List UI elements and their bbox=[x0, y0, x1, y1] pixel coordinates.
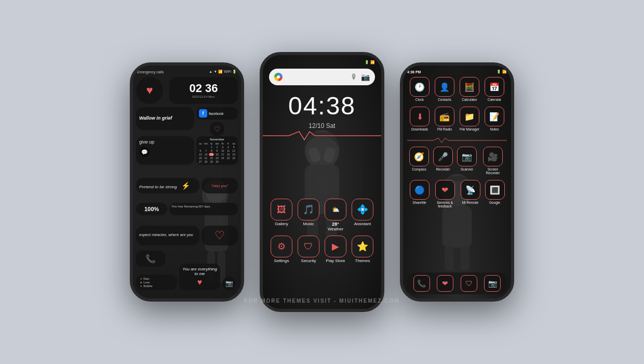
heartbeat-line-center bbox=[263, 131, 381, 141]
clock-widget: 02 36 2022/11/14 Mon. bbox=[169, 77, 238, 104]
missyou-text: "miss you" bbox=[211, 184, 229, 188]
assistant-label: Assistant bbox=[354, 222, 371, 226]
dock-camera-right[interactable]: 📷 bbox=[484, 275, 501, 292]
top-row-1: ♥ 02 36 2022/11/14 Mon. bbox=[136, 77, 238, 104]
security-label: Security bbox=[301, 258, 316, 263]
app-scanner[interactable]: 📷 Scanner bbox=[457, 147, 477, 175]
everything-widget: You are everything to me ♥ bbox=[179, 264, 220, 290]
svg-rect-14 bbox=[461, 246, 469, 270]
google-logo bbox=[274, 73, 283, 81]
app-downloads[interactable]: ⬇ Downloads bbox=[410, 107, 430, 131]
app-miremote[interactable]: 📡 Mi Remote bbox=[461, 180, 480, 208]
missyou-widget: "miss you" bbox=[202, 178, 238, 193]
right-app-row-3: 🧭 Compass 🎤 Recorder 📷 Scanner 🎥 Screen … bbox=[407, 147, 507, 175]
app-contacts[interactable]: 👤 Contacts bbox=[435, 77, 454, 101]
row-2: Wallow in grief f facebook ♡ bbox=[136, 107, 238, 136]
miremote-icon: 📡 bbox=[461, 180, 480, 200]
app-screenrecorder[interactable]: 🎥 Screen Recorder bbox=[481, 147, 505, 175]
row-6: expect miracles, where are you ♡ bbox=[136, 226, 238, 245]
dock-heart-right[interactable]: ❤ bbox=[437, 275, 453, 292]
percent-widget: 100% bbox=[136, 203, 167, 215]
search-bar[interactable]: 🎙 📷 bbox=[269, 69, 375, 85]
wallow-widget: Wallow in grief bbox=[136, 107, 194, 130]
wallow-text: Wallow in grief bbox=[139, 115, 172, 122]
app-playstore[interactable]: ▶ Play Store bbox=[325, 236, 346, 263]
app-recorder[interactable]: 🎤 Recorder bbox=[433, 147, 453, 175]
downloads-icon: ⬇ bbox=[410, 107, 430, 126]
weather-icon: ⛅ bbox=[325, 199, 346, 220]
app-security[interactable]: 🛡 Security bbox=[298, 236, 319, 263]
app-fmradio[interactable]: 📻 FM Radio bbox=[435, 107, 454, 131]
themes-label: Themes bbox=[355, 258, 370, 263]
calculator-icon: 🧮 bbox=[460, 77, 479, 97]
year-text: This Year Remaining 067 days bbox=[171, 205, 210, 208]
row-5: 100% This Year Remaining 067 days bbox=[136, 203, 238, 215]
app-clock[interactable]: 🕐 Clock bbox=[410, 77, 430, 101]
percent-text: 100% bbox=[144, 206, 159, 212]
app-shareme[interactable]: 🔵 ShareMe bbox=[410, 180, 430, 208]
contacts-icon: 👤 bbox=[435, 77, 454, 97]
clock-date: 2022/11/14 Mon. bbox=[192, 95, 215, 98]
status-bar-right: 4:38 PM 🔋 📶 bbox=[407, 68, 507, 76]
row-4: Pretend to be strong ⚡ "miss you" bbox=[136, 178, 238, 193]
scanner-icon: 📷 bbox=[457, 147, 477, 166]
status-bar-center: 🔋 📶 bbox=[269, 58, 375, 67]
app-google-right[interactable]: 🔳 Google bbox=[485, 180, 505, 208]
app-settings[interactable]: ⚙ Settings bbox=[271, 236, 292, 263]
heart-small-widget: ♡ bbox=[210, 122, 224, 136]
giveup-widget: give up 💬 bbox=[136, 136, 194, 165]
lens-icon: 📷 bbox=[361, 73, 370, 81]
gallery-label: Gallery bbox=[275, 222, 288, 226]
weather-label: Weather bbox=[328, 227, 343, 231]
giveup-text: give up bbox=[139, 139, 191, 145]
playstore-icon: ▶ bbox=[325, 236, 346, 257]
temp-text: 28° bbox=[328, 222, 343, 227]
app-filemanager[interactable]: 📁 File Manager bbox=[460, 107, 479, 131]
clock-center: 04:38 12/10 Sat bbox=[263, 92, 381, 129]
camera-widget: 📷 bbox=[222, 277, 236, 290]
app-compass[interactable]: 🧭 Compass bbox=[409, 147, 429, 175]
phone-right: 4:38 PM 🔋 📶 🕐 Clock 👤 Contacts 🧮 bbox=[400, 62, 514, 302]
dock-shield-right[interactable]: 🛡 bbox=[461, 275, 477, 292]
app-calendar[interactable]: 📅 Calendar bbox=[485, 77, 504, 101]
security-icon: 🛡 bbox=[298, 236, 319, 257]
row-3: give up 💬 November sumotuwethfrsa 12345 … bbox=[136, 136, 238, 165]
phones-container: Emergency calls ▲ ▼ 📶 WiFi 🔋 ♥ 02 36 202… bbox=[130, 52, 514, 312]
app-row-2: ⚙ Settings 🛡 Security ▶ Play Store ⭐ The… bbox=[268, 236, 376, 263]
app-music[interactable]: 🎵 Music bbox=[298, 199, 319, 231]
themes-icon: ⭐ bbox=[352, 236, 373, 257]
app-calculator[interactable]: 🧮 Calculator bbox=[460, 77, 479, 101]
clock-time: 02 36 bbox=[189, 83, 218, 94]
music-icon: 🎵 bbox=[298, 199, 319, 220]
app-weather[interactable]: ⛅ 28° Weather bbox=[325, 199, 346, 231]
filemanager-icon: 📁 bbox=[460, 107, 479, 126]
app-row-1: 🖼 Gallery 🎵 Music ⛅ 28° Weather bbox=[268, 199, 376, 231]
heartbeat-line-right bbox=[407, 137, 507, 144]
year-widget: This Year Remaining 067 days bbox=[169, 203, 238, 215]
center-clock-time: 04:38 bbox=[263, 92, 381, 120]
calendar-widget: November sumotuwethfrsa 12345 6789101112… bbox=[196, 136, 238, 165]
app-themes[interactable]: ⭐ Themes bbox=[352, 236, 373, 263]
right-time: 4:38 PM bbox=[407, 70, 421, 74]
app-services[interactable]: ❤ Services & feedback bbox=[434, 180, 456, 208]
dock-phone-right[interactable]: 📞 bbox=[413, 275, 430, 292]
calendar-icon: 📅 bbox=[485, 77, 504, 97]
phone-left: Emergency calls ▲ ▼ 📶 WiFi 🔋 ♥ 02 36 202… bbox=[130, 62, 244, 302]
heart-widget: ♥ bbox=[136, 77, 163, 104]
shareme-icon: 🔵 bbox=[410, 180, 430, 200]
mic-icon: 🎙 bbox=[351, 73, 358, 81]
settings-label: Settings bbox=[274, 258, 289, 263]
app-grid-center: 🖼 Gallery 🎵 Music ⛅ 28° Weather bbox=[268, 199, 376, 267]
facebook-widget: f facebook bbox=[196, 107, 238, 120]
svg-rect-13 bbox=[445, 246, 453, 270]
app-assistant[interactable]: 💠 Assistant bbox=[352, 199, 373, 231]
app-gallery[interactable]: 🖼 Gallery bbox=[271, 199, 292, 231]
everything-text: You are everything to me bbox=[182, 267, 217, 276]
dots-widget: ●Rain ●Love ●Bubble bbox=[136, 275, 177, 290]
center-clock-date: 12/10 Sat bbox=[263, 122, 381, 129]
heart-outline-widget: ♡ bbox=[202, 226, 238, 245]
music-label: Music bbox=[303, 222, 314, 226]
app-notes[interactable]: 📝 Notes bbox=[485, 107, 504, 131]
bottom-dock-right: 📞 ❤ 🛡 📷 bbox=[407, 272, 507, 294]
expect-widget: expect miracles, where are you bbox=[136, 226, 199, 245]
